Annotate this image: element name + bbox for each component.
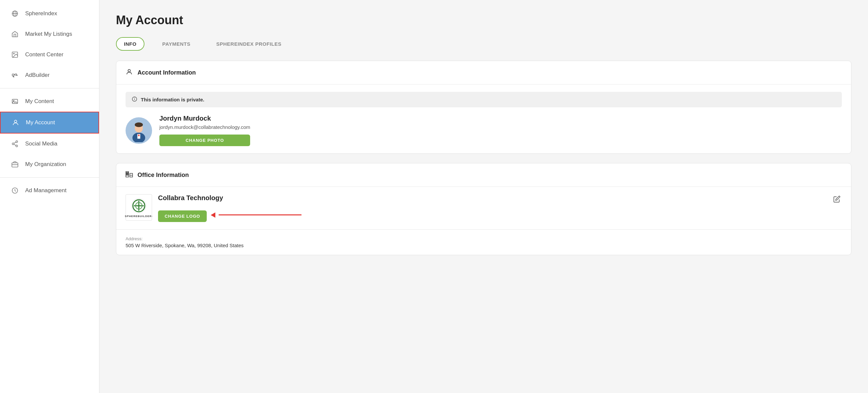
account-info-body: This information is private. — [116, 85, 851, 153]
sidebar-item-label: Content Center — [25, 51, 63, 58]
account-info-card: Account Information This information is … — [116, 61, 851, 154]
sidebar-item-label: My Organization — [25, 161, 66, 168]
sidebar-item-ad-management[interactable]: Ad Management — [0, 180, 99, 201]
sidebar-item-market-listings[interactable]: Market My Listings — [0, 24, 99, 44]
sidebar-item-label: Market My Listings — [25, 31, 72, 37]
change-photo-button[interactable]: CHANGE PHOTO — [159, 134, 250, 146]
svg-rect-30 — [127, 173, 127, 173]
sphere-icon — [10, 9, 19, 18]
sidebar-item-sphere-index[interactable]: SphereIndex — [0, 3, 99, 24]
arrow-head — [211, 212, 215, 218]
office-name: Collabra Technology — [158, 194, 302, 202]
sidebar-item-social-media[interactable]: Social Media — [0, 133, 99, 154]
avatar — [126, 117, 152, 144]
office-info-header: Office Information — [116, 163, 851, 187]
home-icon — [10, 30, 19, 38]
sidebar-item-my-content[interactable]: My Content — [0, 91, 99, 112]
sidebar-item-label: Ad Management — [25, 187, 67, 194]
account-name: Jordyn Murdock — [159, 115, 250, 122]
image-icon — [10, 50, 19, 59]
tab-sphereindex-profiles[interactable]: SPHEREINDEX PROFILES — [208, 37, 289, 51]
svg-point-8 — [14, 120, 17, 123]
change-logo-row: CHANGE LOGO — [158, 208, 302, 222]
svg-point-5 — [17, 75, 18, 75]
account-details: Jordyn Murdock jordyn.murdock@collabrate… — [159, 115, 250, 146]
office-info-card: Office Information SPH — [116, 163, 851, 255]
tabs-bar: INFO PAYMENTS SPHEREINDEX PROFILES — [116, 37, 851, 51]
address-value: 505 W Riverside, Spokane, Wa, 99208, Uni… — [126, 243, 842, 248]
sidebar-divider-2 — [0, 177, 99, 178]
office-logo: SPHEREBUILDER· — [126, 194, 152, 221]
account-info-row: Jordyn Murdock jordyn.murdock@collabrate… — [126, 115, 842, 146]
tab-info[interactable]: INFO — [116, 37, 145, 51]
sidebar-item-content-center[interactable]: Content Center — [0, 44, 99, 65]
private-banner-text: This information is private. — [141, 97, 205, 102]
address-section: Address: 505 W Riverside, Spokane, Wa, 9… — [116, 229, 851, 255]
account-info-title: Account Information — [137, 69, 196, 76]
office-info-title: Office Information — [137, 172, 189, 179]
private-banner: This information is private. — [126, 92, 842, 108]
person-icon — [11, 118, 20, 127]
svg-point-4 — [13, 53, 14, 54]
svg-rect-31 — [128, 173, 128, 173]
sidebar-item-label: SphereIndex — [25, 10, 57, 17]
sidebar-item-label: My Account — [26, 119, 55, 126]
sidebar-item-ad-builder[interactable]: AdBuilder — [0, 65, 99, 86]
office-info-body: SPHEREBUILDER· Collabra Technology CHANG… — [116, 187, 851, 229]
svg-point-27 — [135, 122, 143, 127]
svg-rect-32 — [127, 174, 127, 175]
share-icon — [10, 140, 19, 148]
account-email: jordyn.murdock@collabratechnology.com — [159, 124, 250, 130]
page-title: My Account — [116, 13, 851, 27]
edit-office-button[interactable] — [832, 194, 842, 206]
sidebar-item-label: AdBuilder — [25, 72, 50, 79]
svg-line-12 — [14, 144, 16, 146]
svg-point-10 — [12, 143, 14, 145]
sidebar-item-label: Social Media — [25, 141, 57, 147]
main-content: My Account INFO PAYMENTS SPHEREINDEX PRO… — [99, 0, 868, 393]
tab-payments[interactable]: PAYMENTS — [154, 37, 198, 51]
svg-rect-33 — [128, 174, 128, 175]
office-details: Collabra Technology CHANGE LOGO — [158, 194, 302, 222]
svg-point-9 — [16, 141, 18, 143]
office-logo-subtext: SPHEREBUILDER· — [125, 215, 153, 218]
svg-rect-14 — [12, 163, 18, 167]
address-label: Address: — [126, 236, 842, 241]
sidebar-item-my-account[interactable]: My Account — [0, 112, 99, 133]
clock-icon — [10, 186, 19, 195]
svg-point-18 — [128, 69, 130, 72]
sidebar-item-my-organization[interactable]: My Organization — [0, 154, 99, 175]
office-building-icon — [126, 171, 133, 179]
sidebar-item-label: My Content — [25, 98, 54, 105]
account-info-header: Account Information — [116, 61, 851, 85]
svg-point-11 — [16, 145, 18, 147]
picture-icon — [10, 97, 19, 106]
change-logo-button[interactable]: CHANGE LOGO — [158, 210, 207, 222]
sidebar: SphereIndex Market My Listings Content C… — [0, 0, 99, 393]
megaphone-icon — [10, 71, 19, 80]
info-circle-icon — [131, 96, 137, 103]
office-row: SPHEREBUILDER· Collabra Technology CHANG… — [126, 194, 842, 222]
office-logo-area: SPHEREBUILDER· Collabra Technology CHANG… — [126, 194, 302, 222]
arrow-line — [219, 214, 302, 215]
account-person-icon — [126, 68, 133, 77]
briefcase-icon — [10, 160, 19, 169]
svg-line-13 — [14, 142, 16, 144]
